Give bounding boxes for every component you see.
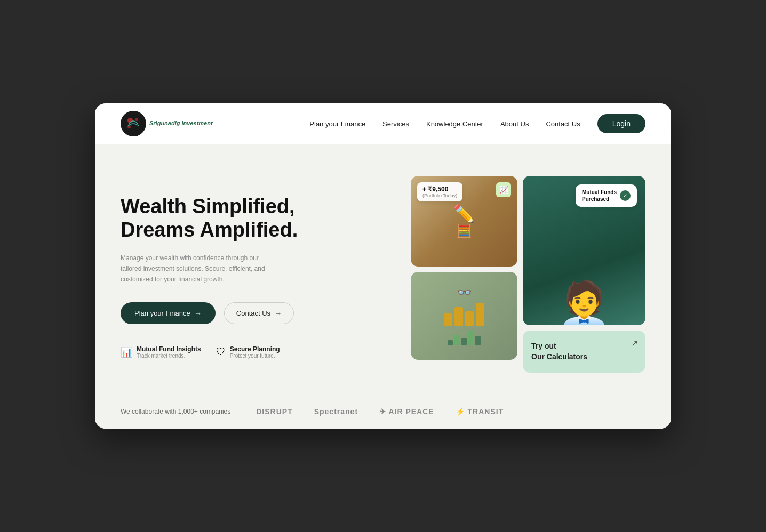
img-col-left: ✏️ 🧮 + ₹9,500 (Portfolio Today) 📈 <box>411 176 517 373</box>
trend-icon: 📈 <box>496 182 511 197</box>
hero-subtitle: Manage your wealth with confidence throu… <box>121 253 270 285</box>
calc-card-line2: Our Calculators <box>531 352 637 362</box>
plan-finance-button[interactable]: Plan your Finance → <box>121 302 216 324</box>
svg-point-3 <box>127 125 131 128</box>
contact-us-button[interactable]: Contact Us → <box>224 302 294 324</box>
portfolio-badge: + ₹9,500 (Portfolio Today) <box>417 182 462 201</box>
bar-chart-icon: 📊 <box>121 346 132 358</box>
nav-knowledge-center[interactable]: Knowledge Center <box>426 119 483 128</box>
portfolio-value: + ₹9,500 <box>422 186 457 193</box>
feature-mutual-fund-desc: Track market trends. <box>137 353 201 359</box>
nav-about-us[interactable]: About Us <box>500 119 529 128</box>
nav-services[interactable]: Services <box>382 119 409 128</box>
svg-point-2 <box>135 118 138 121</box>
img-col-right: 🧑‍💼 Mutual Funds Purchased ✓ ↗ <box>523 176 645 373</box>
collab-text: We collaborate with 1,000+ companies <box>121 408 230 415</box>
screen-wrapper: Srigunadig Investment Plan your Finance … <box>95 103 671 429</box>
feature-secure-planning: 🛡 Secure Planning Protect your future. <box>216 345 280 359</box>
hero-title: Wealth Simplified, Dreams Amplified. <box>121 195 389 241</box>
arrow-icon-2: → <box>275 309 282 317</box>
navbar: Srigunadig Investment Plan your Finance … <box>95 103 671 144</box>
main-content: Wealth Simplified, Dreams Amplified. Man… <box>95 144 671 394</box>
logo-spectranet: Spectranet <box>314 407 358 416</box>
hero-right: ✏️ 🧮 + ₹9,500 (Portfolio Today) 📈 <box>411 176 645 373</box>
calc-card-line1: Try out <box>531 341 637 352</box>
logo-transit: ⚡ TRANSIT <box>456 407 504 416</box>
charts-photo-card: 👓 <box>411 272 517 360</box>
mutual-fund-badge: Mutual Funds Purchased ✓ <box>576 184 637 207</box>
check-icon: ✓ <box>620 190 631 201</box>
company-logos: DISRUPT Spectranet ✈ AIR PEACE ⚡ TRANSIT <box>256 407 645 416</box>
shield-icon: 🛡 <box>216 346 226 358</box>
feature-secure-planning-title: Secure Planning <box>230 345 280 353</box>
mutual-fund-badge-line2: Purchased <box>582 196 617 203</box>
feature-mutual-fund-title: Mutual Fund Insights <box>137 345 201 353</box>
logo-icon <box>121 111 146 136</box>
nav-contact-us[interactable]: Contact Us <box>546 119 580 128</box>
arrow-icon: → <box>195 309 202 317</box>
external-link-icon: ↗ <box>631 338 638 348</box>
calculator-cta-card[interactable]: ↗ Try out Our Calculators <box>523 331 645 373</box>
portfolio-label: (Portfolio Today) <box>422 193 457 198</box>
mutual-fund-badge-line1: Mutual Funds <box>582 189 617 196</box>
finance-photo-card: ✏️ 🧮 + ₹9,500 (Portfolio Today) 📈 <box>411 176 517 267</box>
bottom-band: We collaborate with 1,000+ companies DIS… <box>95 394 671 429</box>
logo-air-peace: ✈ AIR PEACE <box>379 407 434 416</box>
login-button[interactable]: Login <box>597 114 645 133</box>
feature-secure-planning-desc: Protect your future. <box>230 353 280 359</box>
logo-text: Srigunadig Investment <box>149 120 213 127</box>
logo-area: Srigunadig Investment <box>121 111 213 136</box>
nav-links: Plan your Finance Services Knowledge Cen… <box>309 119 580 128</box>
nav-plan-finance[interactable]: Plan your Finance <box>309 119 365 128</box>
hero-left: Wealth Simplified, Dreams Amplified. Man… <box>121 176 389 373</box>
logo-disrupt: DISRUPT <box>256 407 292 416</box>
man-illustration-card: 🧑‍💼 Mutual Funds Purchased ✓ <box>523 176 645 325</box>
features-row: 📊 Mutual Fund Insights Track market tren… <box>121 345 389 359</box>
feature-mutual-fund: 📊 Mutual Fund Insights Track market tren… <box>121 345 201 359</box>
cta-buttons: Plan your Finance → Contact Us → <box>121 302 389 324</box>
